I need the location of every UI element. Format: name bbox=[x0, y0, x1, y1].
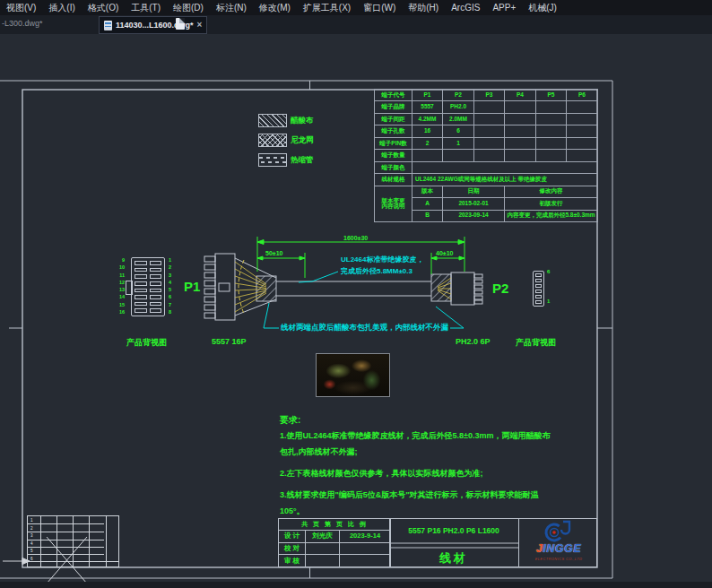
p1-connector-front-view bbox=[131, 257, 165, 316]
p2-pin-bottom: 1 bbox=[547, 298, 550, 304]
legend-swatch-heatshrink bbox=[258, 153, 287, 167]
title-block-divider-2 bbox=[518, 518, 519, 567]
p2-connector-label: PH2.0 6P bbox=[456, 337, 491, 346]
jingge-logo-text: JINGGE bbox=[520, 542, 597, 555]
table-row: 线材规格UL2464 22AWG或同等规格线材及以上 带绝缘胶皮 bbox=[375, 174, 598, 186]
note-wrap-ends: 线材两端点胶后醋酸布包扎美观，内部线材不外漏 bbox=[281, 323, 448, 333]
requirement-line-3: 2.左下表格线材颜色仅供参考，具体以实际线材颜色为准; bbox=[280, 468, 483, 480]
menu-modify[interactable]: 修改(M) bbox=[253, 2, 297, 14]
menu-insert[interactable]: 插入(I) bbox=[42, 2, 81, 14]
requirement-line-2: 包扎,内部线材不外漏; bbox=[280, 446, 358, 458]
requirement-line-4: 3.线材要求使用"编码后5位&版本号"对其进行标示，标示材料要求能耐温 bbox=[280, 489, 539, 501]
menu-view[interactable]: 视图(V) bbox=[0, 2, 42, 14]
menu-format[interactable]: 格式(O) bbox=[82, 2, 125, 14]
document-tab-bar: -L300.dwg* 114030...L1600.dwg* × bbox=[0, 15, 712, 34]
p1-view-label: 产品背视图 bbox=[126, 337, 167, 349]
check-label: 校 对 bbox=[279, 542, 306, 555]
pages-scale-row: 共 页 第 页 比 例 bbox=[279, 519, 391, 531]
canvas-bottom-strip bbox=[0, 582, 712, 588]
p1-connector-label: 5557 16P bbox=[212, 337, 247, 346]
tab-active-l1600[interactable]: 114030...L1600.dwg* × bbox=[99, 16, 207, 34]
table-row: 端子数量 bbox=[375, 150, 598, 161]
table-row: 端子代号P1P2P3P4P5P6 bbox=[375, 90, 598, 101]
new-document-icon[interactable] bbox=[176, 18, 185, 30]
menu-mechanical[interactable]: 机械(J) bbox=[522, 2, 563, 14]
menu-draw[interactable]: 绘图(D) bbox=[167, 2, 210, 14]
table-row: 端子间距4.2MM2.0MM bbox=[375, 113, 598, 125]
legend-label-nylon-mesh: 尼龙网 bbox=[291, 135, 314, 146]
design-date: 2023-9-14 bbox=[340, 530, 391, 542]
table-row: 端子颜色 bbox=[375, 161, 598, 173]
legend-label-heatshrink: 热缩管 bbox=[291, 155, 314, 166]
tab-close-icon[interactable]: × bbox=[197, 21, 203, 30]
p1-designator: P1 bbox=[184, 279, 200, 294]
wire-color-table: 1 2 3 4 5 6 bbox=[27, 515, 119, 567]
table-row: 端子PIN数21 bbox=[375, 137, 598, 149]
p1-pin-numbers-right: 1 2 3 4 5 6 7 8 bbox=[169, 256, 171, 316]
cad-application-window: 视图(V) 插入(I) 格式(O) 工具(T) 绘图(D) 标注(N) 修改(M… bbox=[0, 0, 712, 588]
dim-right-wrap: 40±10 bbox=[436, 250, 453, 256]
p1-pin-numbers-left: 9 10 11 12 13 14 15 16 bbox=[114, 256, 125, 316]
p2-view-label: 产品背视图 bbox=[516, 337, 556, 349]
reference-photo bbox=[316, 353, 390, 397]
note-cable-spec: UL2464标准带绝缘胶皮， 完成后外径5.8MM±0.3 bbox=[341, 254, 423, 277]
logo-letters-ingge: INGGE bbox=[543, 542, 581, 555]
dim-total-length: 1600±30 bbox=[343, 235, 368, 241]
legend-swatch-acetate bbox=[258, 114, 287, 127]
table-row-revision-header: 版本变更 内容说明 版本 日期 修改内容 bbox=[375, 186, 598, 197]
menu-tools[interactable]: 工具(T) bbox=[125, 2, 167, 14]
menu-app-plus[interactable]: APP+ bbox=[486, 3, 522, 13]
dim-left-wrap: 50±10 bbox=[265, 250, 282, 256]
wire-table-pin-column: 1 2 3 4 5 6 bbox=[30, 517, 33, 564]
dwg-file-icon bbox=[104, 21, 112, 30]
menu-arcgis[interactable]: ArcGIS bbox=[445, 3, 486, 13]
requirement-line-5: 105°。 bbox=[280, 506, 305, 517]
legend-swatch-nylon-mesh bbox=[258, 134, 287, 147]
table-row: 端子孔数166 bbox=[375, 125, 598, 137]
menu-dimension[interactable]: 标注(N) bbox=[210, 2, 253, 14]
design-label: 设 计 bbox=[279, 530, 306, 542]
terminal-spec-table: 端子代号P1P2P3P4P5P6 端子品牌5557PH2.0 端子间距4.2MM… bbox=[374, 89, 598, 222]
designer-name: 刘光庆 bbox=[306, 530, 340, 542]
title-block-left-table: 共 页 第 页 比 例 设 计 刘光庆 2023-9-14 校 对 审 核 bbox=[278, 518, 391, 567]
p2-connector-front-view bbox=[533, 271, 544, 307]
menu-window[interactable]: 窗口(W) bbox=[357, 2, 402, 14]
legend-label-acetate: 醋酸布 bbox=[291, 116, 314, 126]
tab-inactive-l300[interactable]: -L300.dwg* bbox=[2, 19, 43, 28]
p2-pin-top: 6 bbox=[547, 269, 550, 274]
requirement-line-1: 1.使用UL2464标准带绝缘胶皮线材，完成后外径5.8±0.3mm，两端用醋酸… bbox=[280, 430, 551, 442]
menu-express-tools[interactable]: 扩展工具(X) bbox=[297, 2, 357, 14]
menu-bar: 视图(V) 插入(I) 格式(O) 工具(T) 绘图(D) 标注(N) 修改(M… bbox=[0, 0, 712, 15]
table-row: 端子品牌5557PH2.0 bbox=[375, 101, 598, 113]
audit-label: 审 核 bbox=[279, 555, 306, 567]
part-number: 5557 P16 PH2.0 P6 L1600 bbox=[389, 526, 518, 535]
p1-latch bbox=[126, 281, 133, 295]
logo-tagline: ELECTRONICS CO.,LTD bbox=[520, 557, 597, 561]
p2-designator: P2 bbox=[492, 281, 508, 296]
part-name: 线材 bbox=[389, 550, 518, 566]
requirements-title: 要求: bbox=[280, 414, 300, 427]
jingge-logo-mark bbox=[543, 520, 573, 543]
menu-help[interactable]: 帮助(H) bbox=[402, 2, 445, 14]
